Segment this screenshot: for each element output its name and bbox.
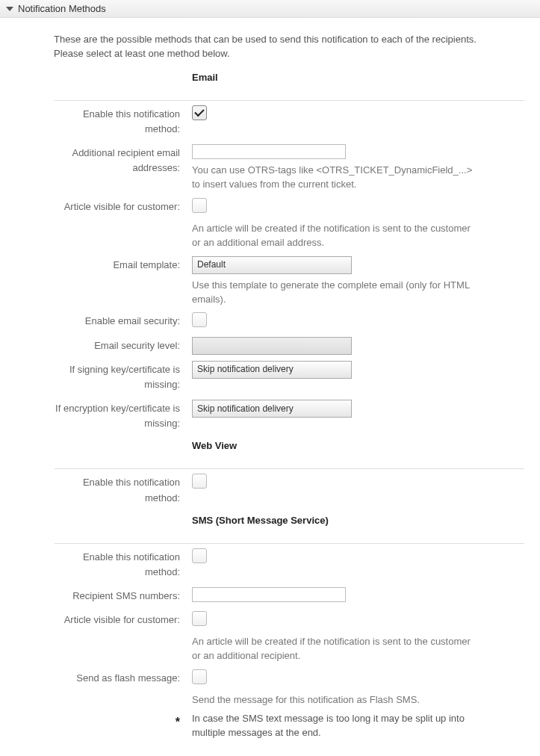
- row-sms-article-visible: Article visible for customer: An article…: [54, 608, 525, 666]
- select-email-security-level[interactable]: [192, 337, 352, 355]
- help-sms-article-visible: An article will be created if the notifi…: [192, 635, 476, 663]
- form-table: Email Enable this notification method: A…: [54, 67, 525, 743]
- checkbox-email-article-visible[interactable]: [192, 198, 207, 213]
- intro-line1: These are the possible methods that can …: [54, 34, 477, 45]
- divider: [55, 543, 524, 544]
- input-additional-recipients[interactable]: [192, 144, 346, 159]
- row-signing-key-missing: If signing key/certificate is missing: S…: [54, 358, 525, 397]
- help-additional-recipients: You can use OTRS-tags like <OTRS_TICKET_…: [192, 164, 476, 192]
- section-header-sms: SMS (Short Message Service): [54, 510, 525, 531]
- select-email-template[interactable]: Default: [192, 256, 352, 274]
- section-title-email: Email: [192, 70, 525, 85]
- checkbox-sms-enable[interactable]: [192, 548, 207, 563]
- label-additional-recipients: Additional recipient email addresses:: [54, 141, 180, 195]
- section-title-webview: Web View: [192, 439, 525, 453]
- checkbox-webview-enable[interactable]: [192, 474, 207, 489]
- row-email-security-level: Email security level:: [54, 334, 525, 358]
- widget-header[interactable]: Notification Methods: [0, 0, 540, 18]
- checkbox-sms-flash[interactable]: [192, 669, 207, 684]
- asterisk-icon: *: [54, 710, 180, 743]
- row-email-article-visible: Article visible for customer: An article…: [54, 195, 525, 253]
- help-sms-flash: Send the message for this notification a…: [192, 693, 476, 707]
- select-encryption-key-missing[interactable]: Skip notification delivery: [192, 400, 352, 418]
- label-sms-flash: Send as flash message:: [54, 666, 180, 710]
- label-sms-article-visible: Article visible for customer:: [54, 608, 180, 666]
- chevron-down-icon: [6, 7, 13, 11]
- select-signing-key-missing[interactable]: Skip notification delivery: [192, 361, 352, 379]
- label-email-enable: Enable this notification method:: [54, 102, 180, 141]
- divider: [55, 100, 524, 101]
- label-encryption-key-missing: If encryption key/certificate is missing…: [54, 397, 180, 436]
- row-email-security-enable: Enable email security:: [54, 309, 525, 333]
- row-email-enable: Enable this notification method:: [54, 102, 525, 141]
- widget-content: These are the possible methods that can …: [0, 18, 540, 756]
- row-sms-flash: Send as flash message: Send the message …: [54, 666, 525, 710]
- section-header-webview: Web View: [54, 436, 525, 456]
- label-email-article-visible: Article visible for customer:: [54, 195, 180, 253]
- checkbox-email-security-enable[interactable]: [192, 312, 207, 327]
- divider: [55, 468, 524, 469]
- row-sms-enable: Enable this notification method:: [54, 545, 525, 584]
- select-email-template-value: Default: [197, 258, 226, 272]
- select-encryption-key-missing-value: Skip notification delivery: [197, 402, 294, 416]
- label-sms-recipients: Recipient SMS numbers:: [54, 584, 180, 608]
- intro-line2: Please select at least one method below.: [54, 48, 230, 59]
- help-email-template: Use this template to generate the comple…: [192, 279, 476, 307]
- label-signing-key-missing: If signing key/certificate is missing:: [54, 358, 180, 397]
- label-webview-enable: Enable this notification method:: [54, 471, 180, 509]
- section-header-email: Email: [54, 67, 525, 88]
- label-email-security-level: Email security level:: [54, 334, 180, 358]
- help-sms-split: In case the SMS text message is too long…: [192, 712, 476, 740]
- label-email-security-enable: Enable email security:: [54, 309, 180, 333]
- select-signing-key-missing-value: Skip notification delivery: [197, 362, 294, 377]
- row-email-template: Email template: Default Use this templat…: [54, 253, 525, 310]
- help-email-article-visible: An article will be created if the notifi…: [192, 222, 476, 250]
- widget-title: Notification Methods: [18, 3, 106, 14]
- label-email-template: Email template:: [54, 253, 180, 310]
- row-email-additional-recipients: Additional recipient email addresses: Yo…: [54, 141, 525, 195]
- row-webview-enable: Enable this notification method:: [54, 471, 525, 509]
- row-sms-split: * In case the SMS text message is too lo…: [54, 710, 525, 743]
- row-sms-recipients: Recipient SMS numbers:: [54, 584, 525, 608]
- row-encryption-key-missing: If encryption key/certificate is missing…: [54, 397, 525, 436]
- intro-text: These are the possible methods that can …: [54, 33, 525, 61]
- checkbox-sms-article-visible[interactable]: [192, 611, 207, 626]
- label-sms-enable: Enable this notification method:: [54, 545, 180, 584]
- checkbox-email-enable[interactable]: [192, 105, 207, 120]
- input-sms-recipients[interactable]: [192, 587, 346, 602]
- section-title-sms: SMS (Short Message Service): [192, 513, 525, 528]
